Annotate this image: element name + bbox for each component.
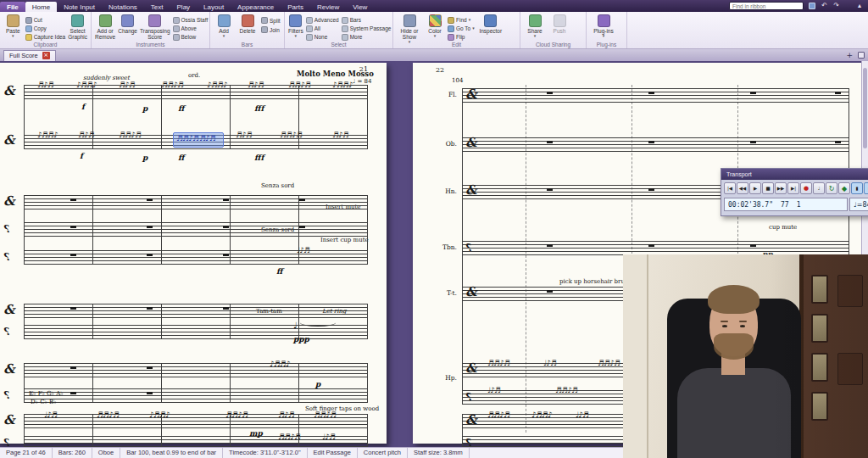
select-graphic-button[interactable]: Select Graphic <box>68 14 87 41</box>
find-button[interactable]: Find ▾ <box>448 16 475 24</box>
select-all-button[interactable]: All <box>306 25 339 32</box>
beat-value: 1 <box>797 201 801 209</box>
tab-view[interactable]: View <box>346 2 374 12</box>
note-cluster: ♬♪♬ <box>236 131 252 139</box>
laissez-vibrer-tie <box>300 319 336 327</box>
transport-panel: Transport |◀ ◀◀ ▶ ■ ▶▶ ▶| ● ♩ ↻ ◆ ▮ ≡ 00… <box>721 168 868 216</box>
tab-home[interactable]: Home <box>25 2 57 12</box>
loop-button[interactable]: ↻ <box>826 182 837 194</box>
tab-play[interactable]: Play <box>170 2 198 12</box>
ribbon-group-select: Filters ▾ Advanced All None <box>285 12 393 48</box>
go-to-end-button[interactable]: ▶| <box>787 182 799 194</box>
bass-clef-icon: ? <box>467 438 473 447</box>
status-bar-count: Bars: 260 <box>53 448 92 458</box>
flip-button[interactable]: Flip <box>448 33 475 41</box>
plugins-button[interactable]: Plug-ins ▾ <box>590 14 617 41</box>
tab-notations[interactable]: Notations <box>102 2 144 12</box>
tab-note-input[interactable]: Note Input <box>57 2 102 12</box>
split-bar-button[interactable]: Split <box>261 16 281 25</box>
capture-idea-button[interactable]: Capture Idea <box>25 33 66 41</box>
ribbon-search-input[interactable] <box>729 2 804 10</box>
join-bar-button[interactable]: Join <box>261 25 281 34</box>
filters-button[interactable]: Filters ▾ <box>288 14 303 41</box>
add-or-remove-button[interactable]: Add or Remove <box>95 14 115 41</box>
rewind-button[interactable]: ◀◀ <box>737 182 748 194</box>
selected-passage[interactable]: ♬♬♪♬ ♬♪♬ <box>173 132 224 148</box>
copy-button[interactable]: Copy <box>25 25 66 32</box>
push-button[interactable]: Push <box>548 14 570 41</box>
note-cluster: ♬♬♪♬ <box>225 411 248 419</box>
note-cluster: ♬♬♪♬ <box>119 131 141 139</box>
capture-idea-label: Capture Idea <box>34 34 66 40</box>
live-playback-button[interactable]: ▮ <box>851 182 863 194</box>
undo-icon[interactable]: ↶ <box>821 2 827 10</box>
ossia-above-button[interactable]: Above <box>173 25 209 32</box>
status-concert-pitch[interactable]: Concert pitch <box>358 448 408 458</box>
select-system-passage-button[interactable]: System Passage <box>342 25 392 32</box>
go-to-start-button[interactable]: |◀ <box>724 182 736 194</box>
scrollbar-thumb[interactable] <box>863 68 867 148</box>
minimize-ribbon-icon[interactable]: ▴ <box>858 2 861 10</box>
ossia-small-buttons: Ossia Staff Above Below <box>173 14 209 41</box>
bars-group-label: Bars <box>210 42 284 48</box>
score-page-left[interactable]: 21 Molto Meno Mosso ♩ = 84 suddenly swee… <box>0 63 387 444</box>
share-button[interactable]: Share ▾ <box>524 14 546 41</box>
whole-rest <box>223 226 229 228</box>
status-edit-passage[interactable]: Edit Passage <box>308 448 358 458</box>
delete-bar-button[interactable]: Delete <box>236 14 259 41</box>
paste-button[interactable]: Paste ▾ <box>3 14 23 41</box>
select-advanced-button[interactable]: Advanced <box>306 16 339 24</box>
fast-forward-button[interactable]: ▶▶ <box>775 182 787 194</box>
dropdown-arrow-icon: ▾ <box>472 26 475 31</box>
close-tab-icon[interactable]: × <box>42 52 50 59</box>
select-bars-label: Bars <box>350 17 361 23</box>
mixer-button[interactable]: ≡ <box>864 182 868 194</box>
add-bar-button[interactable]: Add ▾ <box>214 14 234 41</box>
tab-layout[interactable]: Layout <box>197 2 231 12</box>
hide-or-show-button[interactable]: Hide or Show ▾ <box>397 14 422 41</box>
cut-button[interactable]: Cut <box>25 16 66 24</box>
redo-icon[interactable]: ↷ <box>833 2 839 10</box>
record-button[interactable]: ● <box>800 182 812 194</box>
copy-label: Copy <box>34 25 47 31</box>
add-or-remove-label: Add or Remove <box>95 28 115 40</box>
ribbon-group-cloud-sharing: Share ▾ Push Cloud Sharing <box>520 12 587 48</box>
status-timecode: Timecode: 3'11.0"-3'12.0" <box>223 448 308 458</box>
live-tempo-button[interactable]: ◆ <box>838 182 850 194</box>
tempo-readout[interactable]: ♩=84 <box>849 198 868 211</box>
select-more-button[interactable]: More <box>342 33 392 41</box>
select-none-button[interactable]: None <box>306 33 339 41</box>
tab-list-icon[interactable] <box>858 52 865 59</box>
note-cluster: ♬♬♪♬ <box>176 135 198 142</box>
tab-text[interactable]: Text <box>144 2 170 12</box>
play-button[interactable]: ▶ <box>749 182 761 194</box>
transposing-score-button[interactable]: Transposing Score <box>140 14 170 41</box>
tab-appearance[interactable]: Appearance <box>231 2 281 12</box>
staff-lines <box>24 388 368 403</box>
tab-parts[interactable]: Parts <box>281 2 310 12</box>
tab-file[interactable]: File <box>0 2 25 12</box>
stop-button[interactable]: ■ <box>762 182 774 194</box>
select-bars-button[interactable]: Bars <box>342 16 392 24</box>
click-button[interactable]: ♩ <box>813 182 825 194</box>
inspector-button[interactable]: Inspector <box>477 14 504 41</box>
note-cluster: ♬♪♬ <box>278 411 294 419</box>
go-to-button[interactable]: Go To ▾ <box>448 25 475 32</box>
note-cluster: ♩♪♬ <box>543 360 556 367</box>
staff-lines <box>462 241 849 255</box>
color-button[interactable]: Color ▾ <box>425 14 445 41</box>
save-icon[interactable] <box>809 3 815 9</box>
new-tab-plus-icon[interactable]: + <box>846 51 853 59</box>
ossia-below-button[interactable]: Below <box>173 33 209 41</box>
select-more-icon <box>342 34 348 41</box>
color-icon <box>429 14 442 27</box>
change-instrument-button[interactable]: Change <box>118 14 137 41</box>
timecode-readout[interactable]: 00:02'38.7" 77 1 <box>724 198 848 211</box>
tab-review[interactable]: Review <box>310 2 346 12</box>
whole-rest <box>223 307 229 310</box>
document-tab-full-score[interactable]: Full Score × <box>3 50 56 61</box>
dynamic-fff: fff <box>254 105 264 113</box>
ossia-staff-button[interactable]: Ossia Staff <box>173 16 209 24</box>
bass-clef-icon: ? <box>467 392 473 402</box>
join-bar-label: Join <box>270 27 280 33</box>
